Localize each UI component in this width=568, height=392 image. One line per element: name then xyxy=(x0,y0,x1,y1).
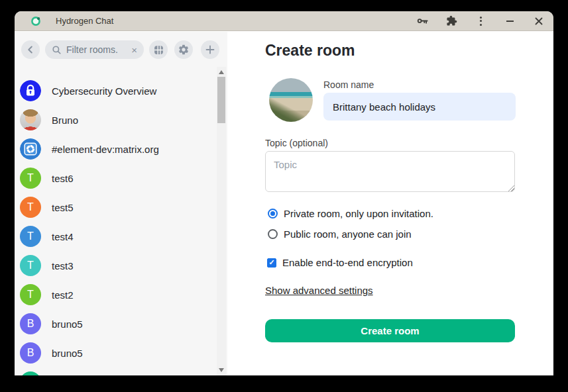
public-radio[interactable] xyxy=(268,229,278,239)
clear-filter-icon[interactable]: × xyxy=(130,45,139,55)
public-room-option[interactable]: Public room, anyone can join xyxy=(268,228,412,240)
room-name: test5 xyxy=(52,202,74,213)
room-list-item[interactable]: Ttest6 xyxy=(15,164,215,193)
room-list-item[interactable]: #element-dev:matrix.org xyxy=(15,134,215,164)
sidebar-scrollbar[interactable] xyxy=(217,67,226,375)
letter-avatar: T xyxy=(20,168,41,189)
scrollbar-thumb[interactable] xyxy=(217,77,225,123)
room-name: bruno5 xyxy=(52,318,83,330)
letter-avatar: B xyxy=(20,313,41,334)
page-title: Create room xyxy=(265,42,355,60)
room-list-item[interactable]: Ttest3 xyxy=(15,251,215,280)
create-room-button-sidebar[interactable] xyxy=(201,40,219,59)
letter-avatar: T xyxy=(20,226,41,247)
topic-label: Topic (optional) xyxy=(265,138,328,148)
encryption-option[interactable]: ✓ Enable end-to-end encryption xyxy=(267,257,413,268)
sidebar-toolbar: × xyxy=(21,40,227,59)
grid-view-button[interactable] xyxy=(149,40,168,59)
private-radio-label: Private room, only upon invitation. xyxy=(284,208,433,219)
private-radio[interactable] xyxy=(268,209,278,219)
scroll-up-arrow[interactable] xyxy=(219,70,224,74)
create-room-panel: Create room Room name Topic (optional) P… xyxy=(227,32,553,375)
room-list-item[interactable]: Bbruno5 xyxy=(15,309,215,338)
room-sidebar: × Cyb xyxy=(15,32,227,375)
user-photo-avatar xyxy=(20,109,41,130)
room-list-item[interactable]: Ttest4 xyxy=(15,222,215,251)
public-radio-label: Public room, anyone can join xyxy=(284,228,412,240)
room-list-item[interactable]: Ttest5 xyxy=(15,193,215,222)
room-name: #element-dev:matrix.org xyxy=(52,144,159,155)
back-button[interactable] xyxy=(21,40,40,59)
hydrogen-logo-icon xyxy=(30,16,41,26)
scroll-down-arrow[interactable] xyxy=(219,368,224,372)
room-avatar-picker[interactable] xyxy=(269,78,313,122)
key-icon[interactable] xyxy=(416,15,429,28)
settings-button[interactable] xyxy=(174,40,193,59)
letter-avatar: B xyxy=(20,342,41,364)
letter-avatar: T xyxy=(20,284,41,305)
room-name: test4 xyxy=(52,231,74,242)
encryption-checkbox[interactable]: ✓ xyxy=(267,258,276,268)
browser-menu-icon[interactable] xyxy=(474,15,487,28)
room-name-label: Room name xyxy=(323,79,374,90)
element-logo-icon xyxy=(20,138,41,160)
extensions-icon[interactable] xyxy=(445,15,458,28)
topic-textarea[interactable] xyxy=(265,151,515,192)
search-icon xyxy=(52,45,62,55)
room-name: test3 xyxy=(52,260,74,271)
room-name: test6 xyxy=(52,173,74,184)
room-list-item[interactable]: Ttest2 xyxy=(15,280,215,309)
show-advanced-settings-link[interactable]: Show advanced settings xyxy=(265,285,373,296)
room-list: Cybersecurity OverviewBruno#element-dev:… xyxy=(15,67,215,375)
filter-rooms-field[interactable]: × xyxy=(45,40,144,59)
letter-avatar: T xyxy=(20,197,41,218)
lock-avatar-icon xyxy=(20,80,41,101)
room-name-input[interactable] xyxy=(323,93,516,121)
room-name: bruno5 xyxy=(52,348,83,359)
encryption-checkbox-label: Enable end-to-end encryption xyxy=(282,257,413,268)
filter-rooms-input[interactable] xyxy=(66,44,130,55)
titlebar: Hydrogen Chat xyxy=(15,11,553,31)
create-room-submit-button[interactable]: Create room xyxy=(265,319,515,342)
room-list-item[interactable]: Bruno xyxy=(15,105,215,134)
minimize-button[interactable] xyxy=(503,15,516,28)
room-list-item[interactable]: Bbruno5 xyxy=(15,338,215,368)
window-title: Hydrogen Chat xyxy=(56,16,416,26)
room-list-item[interactable]: Cybersecurity Overview xyxy=(15,76,215,105)
letter-avatar: T xyxy=(20,255,41,276)
app-window: Hydrogen Chat xyxy=(15,11,553,375)
textarea-resize-grip[interactable] xyxy=(508,185,514,191)
letter-avatar: E xyxy=(20,371,41,375)
room-list-item[interactable]: EEmpty Room xyxy=(15,368,215,375)
room-name: Bruno xyxy=(52,115,78,126)
room-name: Cybersecurity Overview xyxy=(52,85,156,97)
private-room-option[interactable]: Private room, only upon invitation. xyxy=(268,208,433,219)
room-name: test2 xyxy=(52,289,74,301)
close-button[interactable] xyxy=(532,15,545,28)
